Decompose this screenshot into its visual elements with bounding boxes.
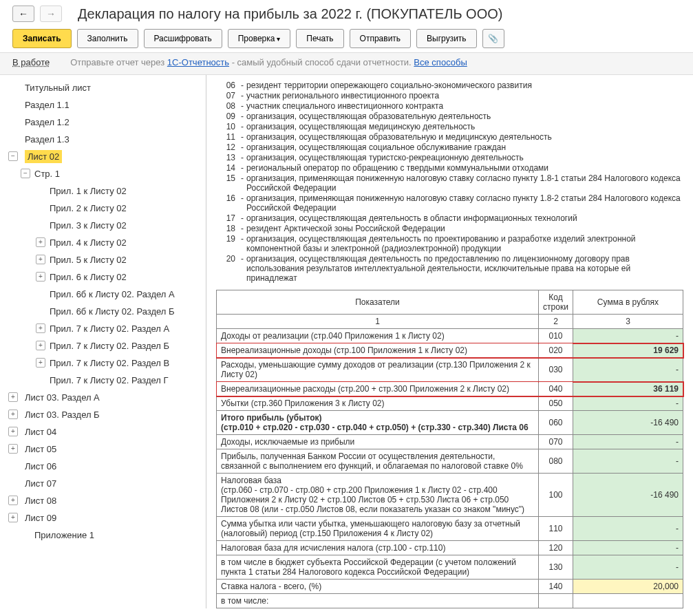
note-line: 13-организация, осуществляющая туристско… [216,153,683,162]
note-line: 20-организация, осуществляющая деятельно… [216,254,683,283]
sum-cell[interactable]: - [573,517,683,541]
expand-icon[interactable]: + [8,496,18,505]
sum-cell[interactable]: 3,00 [573,608,683,609]
tree-item[interactable]: +Лист 09 [0,509,206,527]
tree-item[interactable]: +Прил. 6 к Листу 02 [0,268,206,286]
tree-item[interactable]: +Прил. 7 к Листу 02. Раздел Б [0,337,206,354]
expand-icon[interactable]: + [36,255,45,264]
expand-icon[interactable]: + [36,358,45,368]
tree-item[interactable]: +Лист 08 [0,492,206,509]
expand-icon[interactable]: + [8,392,18,402]
table-row: в том числе в бюджет субъекта Российской… [217,555,683,580]
expand-icon[interactable]: + [36,341,45,350]
tree-item[interactable]: Лист 06 [0,458,206,475]
tree-item[interactable]: +Лист 03. Раздел Б [0,406,206,423]
note-line: 11-организация, осуществляющая образоват… [216,132,683,142]
expand-icon[interactable]: − [21,169,30,178]
save-button[interactable]: Записать [12,29,72,48]
tree-item[interactable]: +Прил. 4 к Листу 02 [0,234,206,251]
table-row: Доходы от реализации (стр.040 Приложения… [217,329,683,343]
tree-item[interactable]: +Лист 03. Раздел А [0,389,206,406]
note-line: 14-региональный оператор по обращению с … [216,163,683,173]
tree-item[interactable]: Раздел 1.3 [0,131,206,148]
tree-item[interactable]: +Прил. 5 к Листу 02 [0,251,206,268]
unload-button[interactable]: Выгрузить [416,29,477,48]
expand-icon[interactable]: + [8,444,18,454]
col-sum: Сумма в рублях [573,290,683,315]
tree-item[interactable]: Титульный лист [0,79,206,96]
tree-item[interactable]: Лист 07 [0,475,206,492]
content-pane: 06-резидент территории опережающего соци… [206,75,693,608]
sum-cell[interactable]: 36 119 [573,382,683,396]
expand-icon[interactable]: + [8,427,18,436]
sum-cell[interactable]: - [573,396,683,411]
page-title: Декларация по налогу на прибыль за 2022 … [78,6,502,22]
table-row: Убытки (стр.360 Приложения 3 к Листу 02)… [217,396,683,411]
table-row: Расходы, уменьшающие сумму доходов от ре… [217,358,683,382]
note-line: 16-организация, применяющая пониженную н… [216,193,683,213]
sum-cell[interactable]: - [573,541,683,555]
nav-tree: Титульный листРаздел 1.1Раздел 1.2Раздел… [0,75,206,608]
col-code: Код строки [539,290,573,315]
attach-button[interactable]: 📎 [482,29,504,48]
notes-list: 06-резидент территории опережающего соци… [216,81,683,283]
fill-button[interactable]: Заполнить [77,29,138,48]
note-line: 06-резидент территории опережающего соци… [216,81,683,90]
expand-icon[interactable]: + [36,323,45,333]
expand-icon[interactable]: − [8,151,18,161]
data-table: Показатели Код строки Сумма в рублях 1 2… [216,290,683,608]
tree-item[interactable]: −Стр. 1 [0,165,206,182]
expand-icon[interactable]: + [36,237,45,247]
link-1c[interactable]: 1С-Отчетность [167,57,229,67]
tree-item[interactable]: +Лист 05 [0,440,206,458]
tree-item[interactable]: Прил. 6б к Листу 02. Раздел А [0,286,206,303]
sum-cell[interactable]: - [573,435,683,449]
note-line: 12-организация, осуществляющая социально… [216,142,683,152]
tree-item[interactable]: +Прил. 7 к Листу 02. Раздел В [0,354,206,372]
check-dropdown[interactable]: Проверка [228,29,291,48]
expand-icon[interactable]: + [36,272,45,282]
note-line: 19-организация, осуществляющая деятельно… [216,234,683,253]
col-desc: Показатели [217,290,539,315]
decode-button[interactable]: Расшифровать [144,29,222,48]
tree-item[interactable]: +Лист 04 [0,423,206,440]
table-row: Внереализационные расходы (стр.200 + стр… [217,382,683,396]
table-row: в том числе: [217,594,683,608]
tree-item[interactable]: −Лист 02 [0,148,206,165]
sum-cell[interactable]: - [573,358,683,382]
table-row: в федеральный бюджет1503,00 [217,608,683,609]
expand-icon[interactable]: + [8,513,18,522]
tree-item[interactable]: Раздел 1.2 [0,114,206,131]
note-line: 10-организация, осуществляющая медицинск… [216,122,683,131]
sum-cell[interactable]: - [573,449,683,474]
sum-cell[interactable]: 19 629 [573,343,683,358]
status-label[interactable]: В работе [12,57,50,67]
nav-back-button[interactable]: ← [12,6,34,22]
note-line: 08-участник специального инвестиционного… [216,101,683,111]
tree-item[interactable]: +Прил. 7 к Листу 02. Раздел А [0,320,206,337]
tree-item[interactable]: Прил. 3 к Листу 02 [0,217,206,234]
tree-item[interactable]: Приложение 1 [0,527,206,544]
send-button[interactable]: Отправить [350,29,412,48]
sum-cell[interactable]: - [573,329,683,343]
sum-cell[interactable]: -16 490 [573,474,683,517]
note-line: 17-организация, осуществляющая деятельно… [216,213,683,223]
table-row: Внереализационные доходы (стр.100 Прилож… [217,343,683,358]
tree-item[interactable]: Прил. 7 к Листу 02. Раздел Г [0,372,206,389]
sum-cell[interactable]: -16 490 [573,411,683,435]
note-line: 15-организация, применяющая пониженную н… [216,173,683,193]
link-all-ways[interactable]: Все способы [414,57,467,67]
sum-cell[interactable]: - [573,555,683,580]
tree-item[interactable]: Прил. 6б к Листу 02. Раздел Б [0,303,206,320]
print-button[interactable]: Печать [296,29,343,48]
sum-cell[interactable]: 20,000 [573,580,683,594]
nav-forward-button[interactable]: → [40,6,62,22]
note-line: 07-участник регионального инвестиционног… [216,91,683,100]
table-row: Сумма убытка или части убытка, уменьшающ… [217,517,683,541]
paperclip-icon: 📎 [488,34,498,43]
expand-icon[interactable]: + [8,410,18,419]
tree-item[interactable]: Прил. 1 к Листу 02 [0,182,206,200]
table-row: Прибыль, полученная Банком России от осу… [217,449,683,474]
tree-item[interactable]: Прил. 2 к Листу 02 [0,200,206,217]
tree-item[interactable]: Раздел 1.1 [0,96,206,114]
